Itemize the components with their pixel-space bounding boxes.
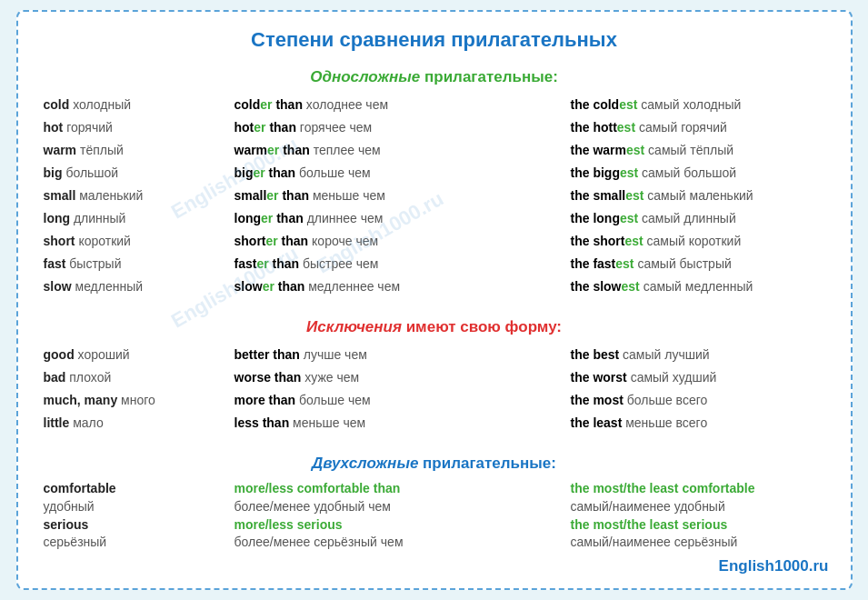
sup-col: the longest самый длинный — [567, 207, 829, 230]
base-col: fast быстрый — [40, 253, 231, 275]
section-two-title-rest: прилагательные: — [418, 455, 556, 472]
base-col: good хороший — [40, 344, 231, 366]
table-row: much, many много more than больше чем th… — [40, 389, 829, 412]
sup-col: the hottest самый горячий — [567, 116, 829, 139]
sup-col: the least меньше всего — [567, 412, 829, 435]
base-col: little мало — [40, 412, 231, 435]
comp-col: longer than длиннее чем — [231, 207, 567, 230]
sup-col: the most/the least comfortable самый/наи… — [567, 480, 829, 515]
section-exc-title-rest: имеют свою форму: — [402, 318, 562, 335]
two-table: comfortable удобный more/less comfortabl… — [40, 480, 829, 551]
table-row: fast быстрый faster than быстрее чем the… — [40, 253, 829, 275]
base-col: warm тёплый — [40, 139, 231, 162]
base-col: cold холодный — [40, 94, 231, 116]
section-exc-title-italic: Исключения — [306, 318, 402, 335]
table-row: serious серьёзный more/less serious боле… — [40, 516, 829, 552]
base-col: comfortable удобный — [40, 480, 231, 515]
title-part2: прилагательных — [451, 28, 617, 51]
main-card: English1000.ru English1000.ru English100… — [16, 10, 853, 589]
mono-table: cold холодный colder than холоднее чем t… — [40, 94, 829, 298]
comp-col: hoter than горячее чем — [231, 116, 567, 139]
table-row: short короткий shorter than короче чем t… — [40, 230, 829, 253]
table-row: little мало less than меньше чем the lea… — [40, 412, 829, 435]
table-row: cold холодный colder than холоднее чем t… — [40, 94, 829, 116]
comp-col: colder than холоднее чем — [231, 94, 567, 116]
table-row: warm тёплый warmer than теплее чем the w… — [40, 139, 829, 162]
table-row: big большой biger than больше чем the bi… — [40, 162, 829, 185]
comp-col: more/less serious более/менее серьёзный … — [231, 516, 567, 552]
table-row: small маленький smaller than меньше чем … — [40, 185, 829, 207]
page-title: Степени сравнения прилагательных — [40, 28, 829, 52]
table-row: hot горячий hoter than горячее чем the h… — [40, 116, 829, 139]
section-mono-title-rest: прилагательные: — [420, 68, 558, 85]
base-col: slow медленный — [40, 275, 231, 298]
table-row: slow медленный slower than медленнее чем… — [40, 275, 829, 298]
sup-col: the most/the least serious самый/наимене… — [567, 516, 829, 552]
comp-col: slower than медленнее чем — [231, 275, 567, 298]
section-exc-title: Исключения имеют свою форму: — [40, 318, 829, 336]
section-mono-title-italic: Односложные — [310, 68, 420, 85]
table-row: bad плохой worse than хуже чем the worst… — [40, 366, 829, 389]
comp-col: more than больше чем — [231, 389, 567, 412]
exc-table: good хороший better than лучше чем the b… — [40, 344, 829, 435]
base-col: long длинный — [40, 207, 231, 230]
comp-col: smaller than меньше чем — [231, 185, 567, 207]
base-col: hot горячий — [40, 116, 231, 139]
comp-col: better than лучше чем — [231, 344, 567, 366]
base-col: serious серьёзный — [40, 516, 231, 552]
sup-col: the most больше всего — [567, 389, 829, 412]
sup-col: the warmest самый тёплый — [567, 139, 829, 162]
sup-col: the shortest самый короткий — [567, 230, 829, 253]
sup-col: the worst самый худший — [567, 366, 829, 389]
comp-col: faster than быстрее чем — [231, 253, 567, 275]
sup-col: the smallest самый маленький — [567, 185, 829, 207]
sup-col: the fastest самый быстрый — [567, 253, 829, 275]
table-row: good хороший better than лучше чем the b… — [40, 344, 829, 366]
section-mono-title: Односложные прилагательные: — [40, 68, 829, 86]
base-col: big большой — [40, 162, 231, 185]
table-row: long длинный longer than длиннее чем the… — [40, 207, 829, 230]
comp-col: biger than больше чем — [231, 162, 567, 185]
brand-label: English1000.ru — [40, 557, 829, 575]
comp-col: more/less comfortable than более/менее у… — [231, 480, 567, 515]
comp-col: warmer than теплее чем — [231, 139, 567, 162]
section-two-title-italic: Двухсложные — [312, 455, 418, 472]
section-two-title: Двухсложные прилагательные: — [40, 455, 829, 473]
base-col: much, many много — [40, 389, 231, 412]
base-col: short короткий — [40, 230, 231, 253]
base-col: small маленький — [40, 185, 231, 207]
comp-col: shorter than короче чем — [231, 230, 567, 253]
title-part1: Степени сравнения — [251, 28, 451, 51]
table-row: comfortable удобный more/less comfortabl… — [40, 480, 829, 515]
sup-col: the biggest самый большой — [567, 162, 829, 185]
sup-col: the best самый лучший — [567, 344, 829, 366]
comp-col: worse than хуже чем — [231, 366, 567, 389]
base-col: bad плохой — [40, 366, 231, 389]
comp-col: less than меньше чем — [231, 412, 567, 435]
sup-col: the slowest самый медленный — [567, 275, 829, 298]
sup-col: the coldest самый холодный — [567, 94, 829, 116]
